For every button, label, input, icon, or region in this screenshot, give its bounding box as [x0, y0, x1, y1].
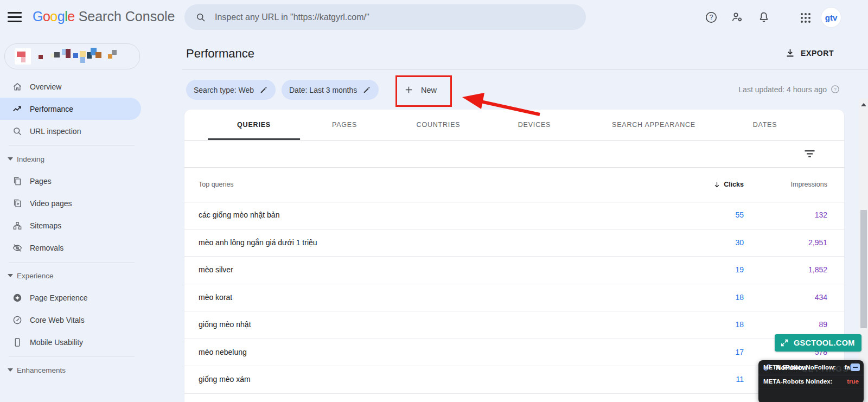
dimension-tabs: QUERIESPAGESCOUNTRIESDEVICESSEARCH APPEA… — [184, 110, 844, 141]
download-icon — [785, 48, 795, 58]
sidebar-item-mobile-usability[interactable]: Mobile Usability — [0, 331, 141, 353]
eye-off-icon — [12, 243, 23, 253]
meta-robots-value: true — [847, 378, 859, 385]
scrollbar-track[interactable] — [859, 99, 868, 402]
scrollbar-thumb[interactable] — [860, 210, 867, 328]
meta-robots-label: META-Robots NoIndex: — [763, 378, 833, 385]
notifications-icon[interactable] — [757, 11, 770, 24]
sidebar-item-url-inspection[interactable]: URL inspection — [0, 120, 141, 142]
sidebar-item-label: Sitemaps — [30, 221, 61, 230]
video-icon — [12, 198, 23, 209]
query-row[interactable]: mèo nebelung17578 — [184, 339, 844, 367]
sidebar-item-performance[interactable]: Performance — [0, 98, 141, 120]
property-logo — [15, 48, 31, 65]
help-icon[interactable]: ? — [705, 11, 718, 24]
impressions-value: 578 — [184, 339, 827, 366]
search-icon — [12, 126, 23, 137]
tab-search-appearance[interactable]: SEARCH APPEARANCE — [612, 110, 695, 140]
section-label: Experience — [17, 272, 54, 280]
google-logo: Google — [33, 9, 75, 24]
app-logo: GoogleSearch Console — [33, 9, 175, 24]
export-button[interactable]: EXPORT — [785, 48, 834, 58]
sidebar-item-label: Mobile Usability — [30, 338, 83, 347]
page-title: Performance — [186, 47, 254, 61]
table-header: Top queries Clicks Impressions — [184, 167, 844, 202]
tab-dates[interactable]: DATES — [753, 110, 777, 140]
sidebar-item-label: Overview — [30, 82, 61, 91]
chevron-down-icon — [8, 368, 13, 372]
sidebar-item-sitemaps[interactable]: Sitemaps — [0, 214, 141, 237]
help-circle-icon[interactable]: ? — [831, 85, 840, 94]
impressions-value: 1,852 — [184, 257, 827, 284]
query-row[interactable]: mèo anh lông ngắn giá dưới 1 triệu302,95… — [184, 229, 844, 257]
search-placeholder: Inspect any URL in "https://katgyrl.com/… — [215, 12, 369, 22]
sidebar-divider — [9, 356, 135, 357]
section-label: Enhancements — [17, 366, 66, 374]
sidebar-section-enhancements[interactable]: Enhancements — [0, 362, 141, 378]
impressions-value: 89 — [184, 311, 827, 339]
impressions-value: 2,951 — [184, 229, 827, 257]
query-row[interactable]: mèo silver191,852 — [184, 257, 844, 284]
nofollow-panel: SETTINGS NoFollow META-Robots NoFollow:f… — [758, 360, 864, 402]
impressions-value: 132 — [184, 202, 827, 229]
account-avatar[interactable]: gtv — [821, 8, 841, 27]
chevron-down-icon — [8, 157, 13, 161]
sidebar-item-label: Page Experience — [30, 293, 88, 302]
sidebar-item-label: Performance — [30, 105, 73, 113]
hamburger-menu-icon[interactable] — [8, 12, 22, 23]
new-filter-button[interactable]: New — [400, 80, 437, 100]
trend-icon — [12, 104, 23, 114]
sidebar-item-overview[interactable]: Overview — [0, 75, 141, 98]
svg-text:?: ? — [834, 87, 837, 92]
sitemap-icon — [12, 220, 23, 231]
property-selector[interactable] — [4, 43, 140, 69]
sidebar-item-pages[interactable]: Pages — [0, 170, 141, 192]
collapse-button[interactable] — [851, 363, 860, 371]
column-impressions: Impressions — [184, 167, 827, 202]
tab-queries[interactable]: QUERIES — [237, 110, 271, 140]
impressions-value — [184, 366, 827, 393]
svg-text:?: ? — [710, 14, 713, 21]
query-row[interactable]: giống mèo xám11 — [184, 366, 844, 394]
scrollbar-up-arrow-icon[interactable] — [861, 103, 866, 106]
filter-chip-search-type[interactable]: Search type: Web — [186, 80, 276, 100]
sidebar-item-removals[interactable]: Removals — [0, 237, 141, 259]
meta-robots-row: META-Robots NoFollow:false — [758, 360, 864, 374]
impressions-value: 434 — [184, 284, 827, 311]
meta-robots-row: META-Robots NoIndex:true — [758, 374, 864, 388]
sidebar-item-core-web-vitals[interactable]: Core Web Vitals — [0, 309, 141, 331]
manage-users-icon[interactable] — [731, 11, 744, 24]
query-row[interactable]: giống mèo nhật1889 — [184, 311, 844, 339]
query-row[interactable]: các giống mèo nhật bản55132 — [184, 202, 844, 229]
sidebar-section-experience[interactable]: Experience — [0, 268, 141, 283]
tab-pages[interactable]: PAGES — [332, 110, 357, 140]
chevron-down-icon — [8, 274, 13, 277]
filter-list-icon[interactable] — [805, 149, 815, 159]
topbar: GoogleSearch Console Inspect any URL in … — [0, 0, 868, 35]
filter-chip-date[interactable]: Date: Last 3 months — [282, 80, 379, 100]
tab-countries[interactable]: COUNTRIES — [417, 110, 461, 140]
queries-table-body: các giống mèo nhật bản55132mèo anh lông … — [184, 202, 844, 394]
sidebar-item-video-pages[interactable]: Video pages — [0, 192, 141, 214]
query-row[interactable]: mèo korat18434 — [184, 284, 844, 312]
sidebar-item-page-experience[interactable]: Page Experience — [0, 286, 141, 309]
apps-grid-icon[interactable] — [799, 11, 812, 24]
pages-icon — [12, 176, 23, 187]
product-name: Search Console — [79, 9, 175, 24]
home-icon — [12, 81, 23, 92]
chip-label: Search type: Web — [194, 86, 254, 94]
sidebar-section-indexing[interactable]: Indexing — [0, 151, 141, 167]
edit-icon — [362, 86, 371, 94]
filter-row — [184, 141, 844, 168]
url-inspection-searchbar[interactable]: Inspect any URL in "https://katgyrl.com/… — [184, 4, 586, 30]
gsctool-badge[interactable]: GSCTOOL.COM — [775, 334, 861, 352]
mobile-icon — [12, 337, 23, 348]
section-label: Indexing — [17, 155, 44, 163]
chip-label: Date: Last 3 months — [289, 86, 357, 94]
sidebar-divider — [9, 262, 135, 263]
tab-devices[interactable]: DEVICES — [518, 110, 551, 140]
sidebar-item-label: Video pages — [30, 199, 72, 208]
sidebar-item-label: Pages — [30, 177, 52, 186]
sidebar-item-label: Core Web Vitals — [30, 316, 85, 324]
plus-icon — [404, 85, 413, 94]
